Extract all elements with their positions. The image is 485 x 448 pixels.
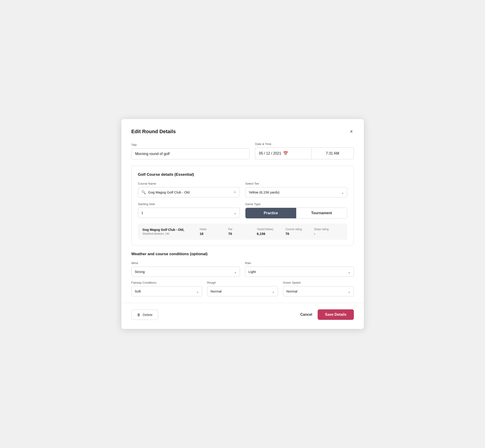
starting-hole-wrapper: 1 ⌄ — [138, 208, 240, 218]
fairway-field-group: Fairway Conditions Soft Normal Hard ⌄ — [131, 281, 202, 296]
conditions-section: Weather and course conditions (optional)… — [131, 252, 354, 296]
par-value: 70 — [228, 232, 232, 236]
starting-hole-field-group: Starting Hole 1 ⌄ — [138, 202, 240, 218]
fairway-rough-green-row: Fairway Conditions Soft Normal Hard ⌄ Ro… — [131, 281, 354, 296]
modal-header: Edit Round Details × — [131, 128, 354, 135]
time-value: 7:31 AM — [326, 151, 339, 155]
fairway-label: Fairway Conditions — [131, 281, 202, 284]
rain-wrapper: Light None Moderate Heavy ⌄ — [245, 267, 354, 277]
calendar-icon: 📅 — [283, 151, 288, 156]
stat-slope-rating: Slope rating - — [314, 228, 343, 236]
wind-wrapper: Strong Calm Light Moderate Very Strong ⌄ — [131, 267, 240, 277]
rough-label: Rough — [207, 281, 278, 284]
save-button[interactable]: Save Details — [318, 309, 354, 320]
edit-round-modal: Edit Round Details × Title Date & Time 0… — [121, 119, 364, 329]
top-fields-row: Title Date & Time 05 / 12 / 2021 📅 7:31 … — [131, 142, 354, 159]
select-tee-field-group: Select Tee Yellow (6,156 yards) ⌄ — [245, 182, 347, 197]
rough-dropdown[interactable]: Normal Short Long — [207, 286, 278, 296]
course-rating-label: Course rating — [285, 228, 302, 231]
date-value: 05 / 12 / 2021 — [259, 151, 281, 155]
modal-title: Edit Round Details — [131, 129, 176, 135]
delete-button[interactable]: 🗑 Delete — [131, 310, 158, 320]
rain-dropdown[interactable]: Light None Moderate Heavy — [245, 267, 354, 277]
wind-label: Wind — [131, 261, 240, 265]
wind-dropdown[interactable]: Strong Calm Light Moderate Very Strong — [131, 267, 240, 277]
stat-yards: Yards(Yellow) 6,156 — [257, 228, 285, 236]
course-info-primary: Gog Magog Golf Club - Old, — [143, 228, 200, 232]
course-info-bar: Gog Magog Golf Club - Old, Shelford Bott… — [138, 224, 347, 240]
title-label: Title — [131, 143, 250, 147]
close-button[interactable]: × — [349, 128, 354, 135]
holes-value: 18 — [200, 232, 203, 236]
datetime-row: 05 / 12 / 2021 📅 7:31 AM — [255, 147, 354, 159]
tournament-toggle-button[interactable]: Tournament — [296, 208, 347, 218]
rain-label: Rain — [245, 261, 354, 265]
rough-field-group: Rough Normal Short Long ⌄ — [207, 281, 278, 296]
rough-wrapper: Normal Short Long ⌄ — [207, 286, 278, 296]
datetime-field-group: Date & Time 05 / 12 / 2021 📅 7:31 AM — [255, 142, 354, 159]
conditions-title: Weather and course conditions (optional) — [131, 252, 354, 256]
hole-gametype-row: Starting Hole 1 ⌄ Game Type Practice Tou… — [138, 202, 347, 218]
footer-right: Cancel Save Details — [300, 309, 354, 320]
green-speed-label: Green Speed — [283, 281, 354, 284]
game-type-toggle: Practice Tournament — [245, 208, 347, 218]
starting-hole-label: Starting Hole — [138, 202, 240, 206]
course-info-name: Gog Magog Golf Club - Old, Shelford Bott… — [143, 228, 200, 235]
green-speed-field-group: Green Speed Normal Slow Fast ⌄ — [283, 281, 354, 296]
yards-label: Yards(Yellow) — [257, 228, 274, 231]
green-speed-dropdown[interactable]: Normal Slow Fast — [283, 286, 354, 296]
course-name-search[interactable]: 🔍 ✕ — [138, 187, 240, 197]
select-tee-label: Select Tee — [245, 182, 347, 185]
fairway-wrapper: Soft Normal Hard ⌄ — [131, 286, 202, 296]
game-type-field-group: Game Type Practice Tournament — [245, 202, 347, 218]
select-tee-wrapper: Yellow (6,156 yards) ⌄ — [245, 187, 347, 197]
golf-course-title: Golf Course details (Essential) — [138, 172, 347, 177]
clear-icon[interactable]: ✕ — [233, 190, 236, 194]
green-speed-wrapper: Normal Slow Fast ⌄ — [283, 286, 354, 296]
footer-divider — [121, 303, 364, 303]
starting-hole-dropdown[interactable]: 1 — [138, 208, 240, 218]
trash-icon: 🗑 — [137, 313, 140, 317]
slope-rating-label: Slope rating — [314, 228, 329, 231]
course-name-field-group: Course Name 🔍 ✕ — [138, 182, 240, 197]
datetime-label: Date & Time — [255, 142, 354, 146]
yards-value: 6,156 — [257, 232, 266, 236]
cancel-button[interactable]: Cancel — [300, 312, 312, 317]
practice-toggle-button[interactable]: Practice — [245, 208, 296, 218]
delete-label: Delete — [143, 313, 153, 317]
holes-label: Holes — [200, 228, 207, 231]
search-icon: 🔍 — [141, 190, 146, 194]
date-input[interactable]: 05 / 12 / 2021 📅 — [255, 147, 311, 159]
stat-par: Par 70 — [228, 228, 257, 236]
course-tee-row: Course Name 🔍 ✕ Select Tee Yellow (6,156… — [138, 182, 347, 197]
title-field-group: Title — [131, 143, 250, 159]
rain-field-group: Rain Light None Moderate Heavy ⌄ — [245, 261, 354, 277]
time-input[interactable]: 7:31 AM — [311, 147, 354, 159]
wind-rain-row: Wind Strong Calm Light Moderate Very Str… — [131, 261, 354, 277]
stat-course-rating: Course rating 70 — [285, 228, 314, 236]
stat-holes: Holes 18 — [200, 228, 228, 236]
fairway-dropdown[interactable]: Soft Normal Hard — [131, 286, 202, 296]
course-rating-value: 70 — [285, 232, 289, 236]
course-name-label: Course Name — [138, 182, 240, 185]
par-label: Par — [228, 228, 233, 231]
course-name-input[interactable] — [148, 190, 231, 194]
title-input[interactable] — [131, 148, 250, 159]
wind-field-group: Wind Strong Calm Light Moderate Very Str… — [131, 261, 240, 277]
modal-footer: 🗑 Delete Cancel Save Details — [131, 309, 354, 320]
select-tee-dropdown[interactable]: Yellow (6,156 yards) — [245, 187, 347, 197]
course-info-secondary: Shelford Bottom, UK — [143, 232, 200, 235]
game-type-label: Game Type — [245, 202, 347, 206]
slope-rating-value: - — [314, 232, 315, 236]
golf-course-section: Golf Course details (Essential) Course N… — [131, 166, 354, 245]
